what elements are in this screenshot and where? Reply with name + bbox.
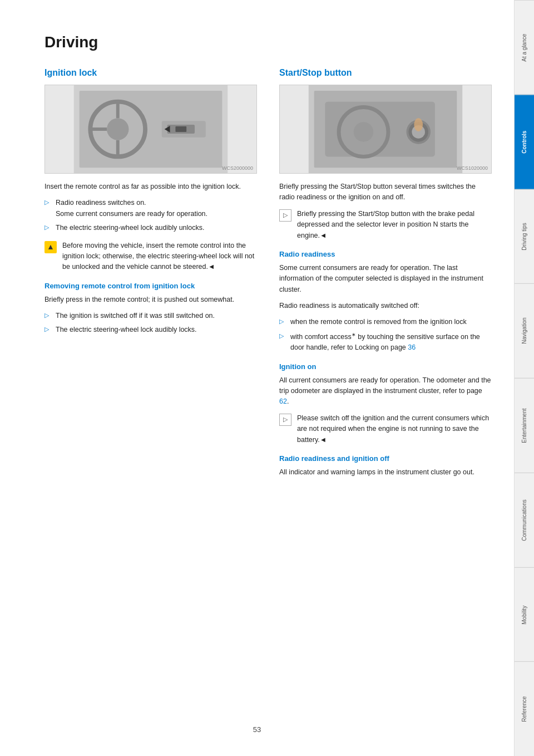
page-number: 53 xyxy=(253,725,261,734)
superscript-star: ∗ xyxy=(352,332,356,337)
bullet-ignition-off-text: The ignition is switched off if it was s… xyxy=(56,311,215,321)
bullet-remote-removed-text: when the remote control is removed from … xyxy=(290,317,467,327)
warning-icon: ▲ xyxy=(44,241,57,253)
ignition-on-heading: Ignition on xyxy=(279,362,492,371)
bullet-arrow-3: ▷ xyxy=(44,311,51,320)
bullet-arrow-1: ▷ xyxy=(44,198,51,207)
sidebar-tab-navigation[interactable]: Navigation xyxy=(515,283,534,378)
radio-readiness-auto-off: Radio readiness is automatically switche… xyxy=(279,301,492,311)
ignition-lock-intro: Insert the remote control as far as poss… xyxy=(44,181,257,192)
image-code-left: WCS2000000 xyxy=(222,165,253,171)
bullet-comfort-access-text: with comfort access∗ by touching the sen… xyxy=(290,331,492,354)
bullet-arrow-6: ▷ xyxy=(279,331,286,341)
bullet-ignition-off: ▷ The ignition is switched off if it was… xyxy=(44,311,257,321)
warning-text: Before moving the vehicle, insert the re… xyxy=(62,240,257,273)
bullet-radio-readiness: ▷ Radio readiness switches on.Some curre… xyxy=(44,198,257,219)
svg-point-3 xyxy=(107,118,129,140)
info-icon-2: ▷ xyxy=(279,414,291,426)
ignition-lock-heading: Ignition lock xyxy=(44,68,257,78)
info-icon-1: ▷ xyxy=(279,209,291,222)
radio-ignition-off-heading: Radio readiness and ignition off xyxy=(279,454,492,463)
svg-point-19 xyxy=(414,118,423,131)
bullet-steering-lock: ▷ The electric steering-wheel lock audib… xyxy=(44,325,257,335)
removing-remote-heading: Removing remote control from ignition lo… xyxy=(44,282,257,290)
sidebar-tab-controls[interactable]: Controls xyxy=(515,95,534,189)
radio-readiness-heading: Radio readiness xyxy=(279,250,492,258)
bullet-steering-lock-text: The electric steering-wheel lock audibly… xyxy=(56,325,197,335)
start-stop-info-text: Briefly pressing the Start/Stop button w… xyxy=(297,209,492,241)
sidebar-tab-mobility[interactable]: Mobility xyxy=(515,567,534,662)
bullet-radio-readiness-text: Radio readiness switches on.Some current… xyxy=(56,198,207,219)
svg-rect-9 xyxy=(175,126,186,132)
bullet-arrow-5: ▷ xyxy=(279,317,286,326)
image-code-right: WCS1020000 xyxy=(457,165,488,171)
removing-remote-intro: Briefly press in the remote control; it … xyxy=(44,294,257,305)
start-stop-intro: Briefly pressing the Start/Stop button s… xyxy=(279,181,492,203)
page-title: Driving xyxy=(44,33,492,51)
right-column: Start/Stop button xyxy=(279,68,492,483)
ignition-on-info-box: ▷ Please switch off the ignition and the… xyxy=(279,413,492,445)
left-column: Ignition lock xyxy=(44,68,257,483)
sidebar-tab-communications[interactable]: Communications xyxy=(515,473,534,567)
locking-page-link[interactable]: 36 xyxy=(408,343,416,351)
warning-box: ▲ Before moving the vehicle, insert the … xyxy=(44,240,257,273)
start-stop-image: WCS1020000 xyxy=(279,85,492,174)
sidebar-tab-reference[interactable]: Reference xyxy=(515,661,534,756)
bullet-comfort-access: ▷ with comfort access∗ by touching the s… xyxy=(279,331,492,354)
ignition-on-text: All current consumers are ready for oper… xyxy=(279,375,492,408)
radio-readiness-intro: Some current consumers are ready for ope… xyxy=(279,263,492,295)
radio-ignition-off-text: All indicator and warning lamps in the i… xyxy=(279,467,492,478)
page-62-link[interactable]: 62 xyxy=(279,397,287,405)
sidebar-tab-entertainment[interactable]: Entertainment xyxy=(515,378,534,473)
svg-point-15 xyxy=(354,122,374,142)
bullet-arrow-4: ▷ xyxy=(44,325,51,334)
bullet-steering-wheel-unlock-text: The electric steering-wheel lock audibly… xyxy=(56,223,205,233)
sidebar: At a glance Controls Driving tips Naviga… xyxy=(514,0,534,756)
bullet-remote-removed: ▷ when the remote control is removed fro… xyxy=(279,317,492,327)
bullet-arrow-2: ▷ xyxy=(44,223,51,232)
sidebar-tab-driving-tips[interactable]: Driving tips xyxy=(515,189,534,284)
sidebar-tab-at-a-glance[interactable]: At a glance xyxy=(515,0,534,95)
bullet-steering-wheel-unlock: ▷ The electric steering-wheel lock audib… xyxy=(44,223,257,233)
ignition-on-info-text: Please switch off the ignition and the c… xyxy=(297,413,492,445)
start-stop-info-box: ▷ Briefly pressing the Start/Stop button… xyxy=(279,209,492,241)
start-stop-heading: Start/Stop button xyxy=(279,68,492,78)
ignition-lock-image: WCS2000000 xyxy=(44,85,257,174)
